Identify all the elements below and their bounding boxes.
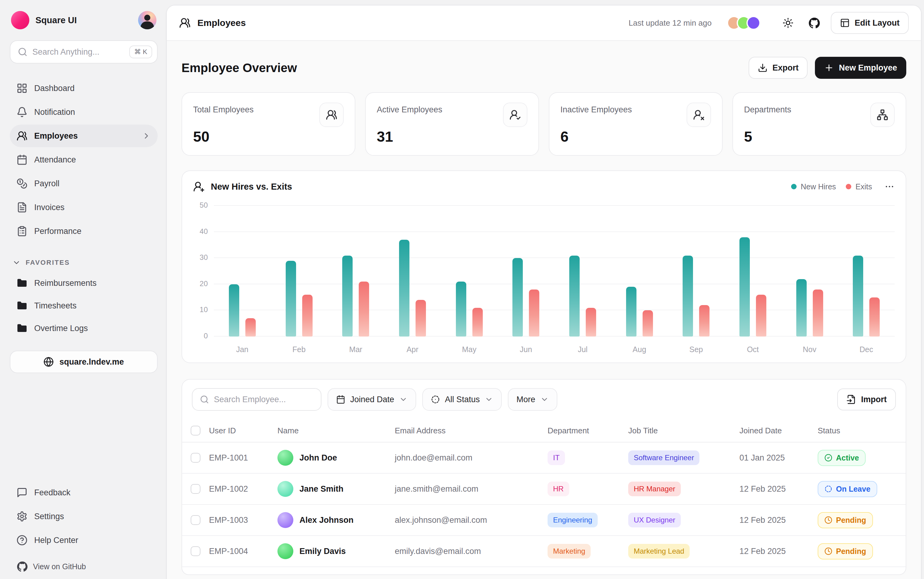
chevron-down-icon <box>399 395 408 404</box>
globe-icon <box>43 357 54 367</box>
department-badge: HR <box>547 482 569 496</box>
stat-label: Departments <box>744 103 870 114</box>
legend-dot <box>791 184 796 189</box>
users-icon <box>319 103 344 127</box>
sidebar-item-overtime-logs[interactable]: Overtime Logs <box>10 317 158 340</box>
column-header: User ID <box>209 426 277 435</box>
sidebar-item-label: Overtime Logs <box>34 324 88 333</box>
stat-card-total-employees: Total Employees 50 <box>182 92 356 156</box>
table-row[interactable]: EMP-1001 John Doe john.doe@email.com IT … <box>182 443 906 474</box>
sun-icon <box>783 17 793 28</box>
row-checkbox[interactable] <box>191 546 200 556</box>
x-tick-label: Oct <box>724 345 781 354</box>
column-header: Joined Date <box>739 426 818 435</box>
x-tick-label: Nov <box>781 345 838 354</box>
bar-group-jan <box>214 206 271 337</box>
github-icon <box>809 17 820 28</box>
bar-group-may <box>441 206 498 337</box>
brand-logo <box>11 11 29 29</box>
sidebar-item-employees[interactable]: Employees <box>10 124 158 147</box>
department-badge: Engineering <box>547 513 598 527</box>
edit-layout-button[interactable]: Edit Layout <box>831 12 909 34</box>
clock-icon <box>824 547 832 555</box>
sidebar: Square UI Search Anything... ⌘ K Dashboa… <box>0 0 166 579</box>
topbar: Employees Last update 12 min ago Edit La… <box>167 5 921 41</box>
x-tick-label: Jan <box>214 345 271 354</box>
user-plus-icon <box>193 181 205 192</box>
stat-label: Active Employees <box>377 103 503 114</box>
x-tick-label: Apr <box>384 345 441 354</box>
avatar <box>277 450 293 466</box>
row-checkbox[interactable] <box>191 515 200 525</box>
status-filter[interactable]: All Status <box>422 388 502 411</box>
avatar <box>277 481 293 497</box>
panels-icon <box>840 18 850 28</box>
table-footer <box>182 567 906 574</box>
sidebar-item-settings[interactable]: Settings <box>10 505 158 528</box>
profile-avatar[interactable] <box>138 11 156 29</box>
chart-x-axis: JanFebMarAprMayJunJulAugSepOctNovDec <box>214 345 895 354</box>
sidebar-item-timesheets[interactable]: Timesheets <box>10 294 158 317</box>
github-button[interactable] <box>804 13 824 33</box>
table-filters: Search Employee... Joined Date All Statu… <box>182 379 906 419</box>
sidebar-item-invoices[interactable]: Invoices <box>10 196 158 219</box>
sidebar-item-reimbursements[interactable]: Reimbursements <box>10 272 158 294</box>
sidebar-item-payroll[interactable]: Payroll <box>10 172 158 195</box>
cell-name: Alex Johnson <box>300 515 354 525</box>
select-all-checkbox[interactable] <box>191 426 200 435</box>
view-on-github-link[interactable]: View on GitHub <box>17 561 158 572</box>
employee-search-input[interactable]: Search Employee... <box>192 388 321 411</box>
import-button[interactable]: Import <box>837 388 896 411</box>
site-link-button[interactable]: square.lndev.me <box>10 350 158 373</box>
sidebar-item-attendance[interactable]: Attendance <box>10 149 158 171</box>
cell-user-id: EMP-1004 <box>209 546 277 556</box>
site-link-label: square.lndev.me <box>59 357 124 367</box>
column-header: Department <box>547 426 628 435</box>
stat-value: 50 <box>193 128 344 145</box>
bar-new-hires-aug <box>626 287 636 337</box>
sidebar-item-notification[interactable]: Notification <box>10 101 158 123</box>
sidebar-item-performance[interactable]: Performance <box>10 220 158 242</box>
chevron-down-icon <box>540 395 549 404</box>
bar-chart: 01020304050 JanFebMarAprMayJunJulAugSepO… <box>193 206 895 354</box>
more-filter[interactable]: More <box>508 388 557 411</box>
cell-joined-date: 01 Jan 2025 <box>739 453 818 463</box>
export-button[interactable]: Export <box>749 57 808 79</box>
gear-icon <box>16 511 28 522</box>
joined-date-filter[interactable]: Joined Date <box>328 388 416 411</box>
row-checkbox[interactable] <box>191 453 200 463</box>
department-badge: IT <box>547 450 565 465</box>
page-title: Employees <box>197 18 246 28</box>
new-employee-button[interactable]: New Employee <box>815 57 906 79</box>
sidebar-item-feedback[interactable]: Feedback <box>10 481 158 504</box>
brand-name: Square UI <box>36 15 132 25</box>
favorites-header[interactable]: FAVORITES <box>12 258 158 267</box>
cell-name: John Doe <box>300 453 337 463</box>
last-update-text: Last update 12 min ago <box>629 18 712 28</box>
chart-menu-button[interactable] <box>884 182 895 192</box>
cell-user-id: EMP-1001 <box>209 453 277 463</box>
new-employee-label: New Employee <box>839 63 897 73</box>
row-checkbox[interactable] <box>191 484 200 494</box>
status-badge: Pending <box>818 543 873 559</box>
cell-name: Emily Davis <box>300 546 346 556</box>
stat-card-active-employees: Active Employees 31 <box>365 92 539 156</box>
search-input[interactable]: Search Anything... ⌘ K <box>10 40 158 64</box>
team-avatar-stack[interactable] <box>727 16 760 30</box>
main-panel: Employees Last update 12 min ago Edit La… <box>166 5 922 579</box>
table-row[interactable]: EMP-1004 Emily Davis emily.davis@email.c… <box>182 536 906 567</box>
bar-new-hires-nov <box>796 279 807 337</box>
calendar-icon <box>16 154 28 165</box>
bar-exits-oct <box>756 295 766 337</box>
bar-new-hires-may <box>456 281 466 337</box>
theme-toggle-button[interactable] <box>778 13 798 33</box>
table-row[interactable]: EMP-1003 Alex Johnson alex.johnson@email… <box>182 505 906 536</box>
table-header: User ID Name Email Address Department Jo… <box>182 419 906 443</box>
table-row[interactable]: EMP-1002 Jane Smith jane.smith@email.com… <box>182 474 906 505</box>
download-icon <box>758 63 768 73</box>
sidebar-item-help-center[interactable]: Help Center <box>10 529 158 551</box>
stats-row: Total Employees 50 Active Employees <box>182 92 906 156</box>
job-title-badge: Software Engineer <box>628 450 700 465</box>
bar-new-hires-mar <box>342 255 352 337</box>
sidebar-item-dashboard[interactable]: Dashboard <box>10 77 158 100</box>
